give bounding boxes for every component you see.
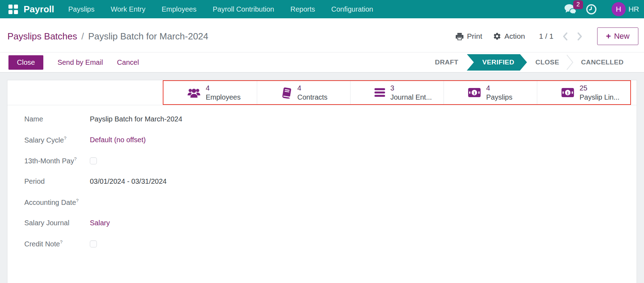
field-label-salary-cycle: Salary Cycle? bbox=[24, 136, 90, 144]
nav-menu-list: PayslipsWork EntryEmployeesPayroll Contr… bbox=[68, 5, 564, 13]
page-background: 4Employees4Contracts3Journal Ent...14Pay… bbox=[0, 73, 644, 283]
field-row-period: Period03/01/2024 - 03/31/2024 bbox=[24, 171, 623, 192]
nav-menu-reports[interactable]: Reports bbox=[290, 5, 315, 13]
field-value-salary-journal[interactable]: Salary bbox=[90, 219, 110, 227]
user-name-label: HR bbox=[628, 5, 639, 13]
breadcrumb-parent-link[interactable]: Payslips Batches bbox=[7, 31, 77, 42]
field-row-13th-month-pay: 13th-Month Pay? bbox=[24, 150, 623, 171]
field-label-accounting-date: Accounting Date? bbox=[24, 198, 90, 207]
field-checkbox-13th-month-pay[interactable] bbox=[90, 157, 97, 164]
statusbar-row: Close Send by Email Cancel DRAFTVERIFIED… bbox=[0, 52, 644, 73]
money-icon: 1 bbox=[468, 88, 481, 98]
field-value-period[interactable]: 03/01/2024 - 03/31/2024 bbox=[90, 177, 167, 185]
smart-button-box-highlight: 4Employees4Contracts3Journal Ent...14Pay… bbox=[163, 80, 631, 105]
navbar-right: 2 H HR bbox=[564, 2, 639, 16]
book-icon bbox=[281, 87, 292, 99]
gear-icon bbox=[493, 32, 501, 40]
new-label: New bbox=[614, 32, 630, 41]
plus-icon: + bbox=[606, 32, 611, 40]
app-title[interactable]: Payroll bbox=[24, 4, 54, 15]
field-label-salary-journal: Salary Journal bbox=[24, 219, 90, 227]
smart-button-label: Payslip Lin... bbox=[580, 93, 619, 102]
smart-button-label: Journal Ent... bbox=[390, 93, 432, 102]
print-label: Print bbox=[467, 32, 482, 40]
control-panel: Payslips Batches / Payslip Batch for Mar… bbox=[0, 18, 644, 52]
field-row-salary-journal: Salary JournalSalary bbox=[24, 213, 623, 233]
nav-menu-work-entry[interactable]: Work Entry bbox=[111, 5, 145, 13]
pager-counter: 1 / 1 bbox=[539, 32, 553, 40]
smart-button-label: Contracts bbox=[297, 93, 328, 102]
smart-button-count: 25 bbox=[580, 83, 619, 93]
status-pipeline: DRAFTVERIFIEDCLOSECANCELLED bbox=[428, 54, 631, 71]
action-button[interactable]: Action bbox=[490, 30, 528, 43]
field-label-period: Period bbox=[24, 177, 90, 185]
avatar[interactable]: H bbox=[612, 2, 626, 16]
smart-button-text: 4Contracts bbox=[297, 83, 328, 102]
smart-button-employees[interactable]: 4Employees bbox=[163, 81, 257, 104]
field-label-credit-note: Credit Note? bbox=[24, 239, 90, 248]
help-marker: ? bbox=[76, 198, 79, 203]
smart-button-row: 4Employees4Contracts3Journal Ent...14Pay… bbox=[7, 80, 637, 105]
field-row-credit-note: Credit Note? bbox=[24, 233, 623, 254]
smart-button-label: Payslips bbox=[486, 93, 512, 102]
field-checkbox-credit-note[interactable] bbox=[90, 240, 97, 247]
control-panel-tools: Print Action 1 / 1 + New bbox=[452, 27, 638, 45]
status-state-draft[interactable]: DRAFT bbox=[428, 58, 465, 66]
smart-button-contracts[interactable]: 4Contracts bbox=[257, 81, 350, 104]
svg-text:1: 1 bbox=[566, 90, 569, 95]
smart-button-text: 4Payslips bbox=[486, 83, 512, 102]
nav-menu-configuration[interactable]: Configuration bbox=[331, 5, 373, 13]
cancel-button[interactable]: Cancel bbox=[117, 58, 139, 67]
pager-next-icon[interactable] bbox=[575, 31, 584, 42]
smart-button-count: 4 bbox=[206, 83, 241, 93]
field-value-name[interactable]: Payslip Batch for March-2024 bbox=[90, 115, 182, 123]
top-navbar: Payroll PayslipsWork EntryEmployeesPayro… bbox=[0, 0, 644, 18]
smart-button-payslips[interactable]: 14Payslips bbox=[444, 81, 537, 104]
record-actions: Close Send by Email Cancel bbox=[8, 55, 428, 70]
send-by-email-button[interactable]: Send by Email bbox=[57, 58, 103, 67]
smart-button-journal-ent[interactable]: 3Journal Ent... bbox=[350, 81, 444, 104]
nav-menu-payroll-contribution[interactable]: Payroll Contribution bbox=[213, 5, 274, 13]
help-marker: ? bbox=[64, 136, 66, 141]
action-label: Action bbox=[504, 32, 525, 40]
close-button[interactable]: Close bbox=[8, 55, 43, 70]
new-button[interactable]: + New bbox=[597, 27, 638, 45]
field-label-name: Name bbox=[24, 115, 90, 123]
status-state-close[interactable]: CLOSE bbox=[528, 58, 566, 66]
form-sheet: 4Employees4Contracts3Journal Ent...14Pay… bbox=[7, 80, 637, 283]
field-label-13th-month-pay: 13th-Month Pay? bbox=[24, 156, 90, 165]
help-marker: ? bbox=[60, 239, 62, 245]
users-icon bbox=[187, 87, 200, 98]
money-icon: 1 bbox=[561, 88, 574, 98]
breadcrumb-separator: / bbox=[81, 31, 84, 42]
smart-button-count: 4 bbox=[297, 83, 328, 93]
messages-icon[interactable]: 2 bbox=[564, 4, 577, 15]
field-row-salary-cycle: Salary Cycle?Default (no offset) bbox=[24, 130, 623, 150]
status-state-cancelled[interactable]: CANCELLED bbox=[574, 58, 631, 66]
smart-button-text: 25Payslip Lin... bbox=[580, 83, 619, 102]
activities-clock-icon[interactable] bbox=[586, 4, 597, 15]
status-chevron-icon bbox=[566, 54, 574, 70]
smart-button-payslip-lin[interactable]: 125Payslip Lin... bbox=[537, 81, 630, 104]
smart-button-count: 3 bbox=[390, 83, 432, 93]
field-value-accounting-date[interactable] bbox=[90, 198, 181, 207]
smart-button-label: Employees bbox=[206, 93, 241, 102]
field-value-salary-cycle[interactable]: Default (no offset) bbox=[90, 136, 146, 144]
help-marker: ? bbox=[74, 156, 76, 162]
smart-button-text: 3Journal Ent... bbox=[390, 83, 432, 102]
field-row-name: NamePayslip Batch for March-2024 bbox=[24, 109, 623, 130]
status-state-verified[interactable]: VERIFIED bbox=[467, 54, 527, 71]
nav-menu-employees[interactable]: Employees bbox=[162, 5, 197, 13]
message-count-badge: 2 bbox=[573, 0, 583, 9]
nav-menu-payslips[interactable]: Payslips bbox=[68, 5, 94, 13]
print-button[interactable]: Print bbox=[452, 30, 485, 43]
apps-grid-icon[interactable] bbox=[8, 5, 18, 14]
bars-icon bbox=[374, 88, 385, 97]
smart-button-text: 4Employees bbox=[206, 83, 241, 102]
svg-text:1: 1 bbox=[473, 90, 475, 95]
pager-previous-icon[interactable] bbox=[561, 31, 570, 42]
smart-button-count: 4 bbox=[486, 83, 512, 93]
user-menu[interactable]: H HR bbox=[612, 2, 639, 16]
form-fields: NamePayslip Batch for March-2024Salary C… bbox=[7, 105, 637, 254]
payroll-app-window: Payroll PayslipsWork EntryEmployeesPayro… bbox=[0, 0, 644, 283]
